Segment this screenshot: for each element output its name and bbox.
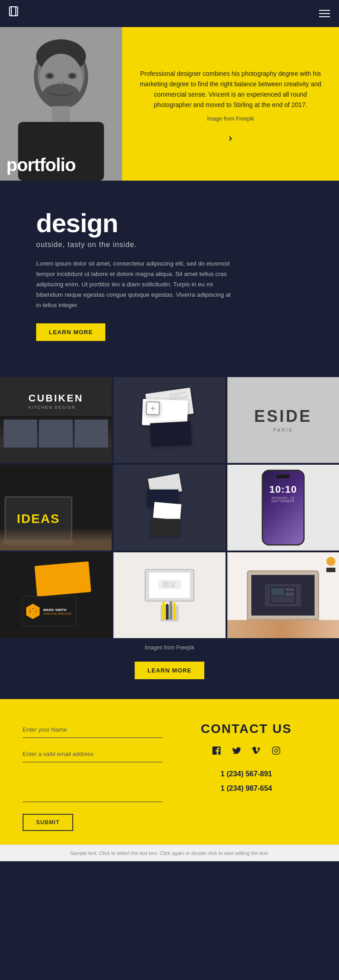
- work-laptop: [247, 570, 319, 620]
- svg-rect-1: [11, 7, 18, 16]
- hero-image-source: Image from Freepik: [135, 116, 326, 122]
- business-cards-stack: [142, 391, 197, 449]
- portfolio-section: CUBIKEN KITCHEN DESIGN: [0, 364, 339, 699]
- design-body-text: Lorem ipsum dolor sit amet, consectetur …: [36, 259, 235, 311]
- header: [0, 0, 339, 27]
- contact-name-input[interactable]: [23, 722, 163, 738]
- footer-text: Sample text. Click to select the text bo…: [9, 850, 330, 856]
- hamburger-menu-icon[interactable]: [319, 10, 330, 17]
- stat-laptop: [145, 569, 194, 602]
- design-section: design outside, tasty on the inside. Lor…: [0, 181, 339, 364]
- svg-rect-17: [170, 583, 176, 583]
- grid-cell-cubiken[interactable]: CUBIKEN KITCHEN DESIGN: [0, 377, 112, 463]
- portfolio-learn-more-button[interactable]: LEARN MORE: [135, 662, 204, 679]
- portfolio-grid: CUBIKEN KITCHEN DESIGN: [0, 377, 339, 638]
- biz-cards-orange: MARK SMITH CREATIVE DIRECTOR: [22, 564, 90, 627]
- logo-icon[interactable]: [9, 6, 25, 21]
- svg-rect-19: [170, 586, 175, 587]
- hero-photo: portfolio: [0, 27, 122, 181]
- hero-title: portfolio: [6, 155, 75, 175]
- hero-arrow-button[interactable]: ›: [135, 130, 326, 145]
- footer: Sample text. Click to select the text bo…: [0, 845, 339, 861]
- cubiken-logo-text: CUBIKEN KITCHEN DESIGN: [28, 392, 83, 410]
- svg-rect-25: [273, 747, 280, 754]
- vimeo-icon[interactable]: [250, 744, 263, 757]
- twitter-icon[interactable]: [230, 744, 243, 757]
- contact-title: CONTACT US: [176, 722, 316, 736]
- svg-rect-22: [285, 588, 294, 591]
- svg-rect-9: [52, 106, 70, 124]
- svg-rect-18: [170, 584, 174, 585]
- contact-submit-button[interactable]: SUBMIT: [23, 814, 73, 831]
- grid-cell-laptop-work[interactable]: [227, 552, 339, 638]
- social-icons: [176, 744, 316, 757]
- grid-cell-business-cards-2[interactable]: [113, 465, 225, 551]
- phone-2: 1 (234) 987-654: [176, 781, 316, 796]
- svg-rect-23: [285, 593, 294, 596]
- svg-point-13: [70, 74, 75, 78]
- phone-mockup: 10:10 MONDAY, 18 SEPTEMBER: [262, 470, 305, 546]
- grid-cell-ideas[interactable]: IDEAS: [0, 465, 112, 551]
- phone-numbers: 1 (234) 567-891 1 (234) 987-654: [176, 767, 316, 796]
- grid-cell-biz-orange[interactable]: MARK SMITH CREATIVE DIRECTOR: [0, 552, 112, 638]
- contact-email-input[interactable]: [23, 746, 163, 762]
- svg-rect-24: [271, 596, 294, 602]
- bc2-stack: [147, 476, 192, 539]
- hero-description: Professional designer combines his photo…: [135, 69, 326, 110]
- svg-point-27: [278, 748, 279, 749]
- grid-cell-phone[interactable]: 10:10 MONDAY, 18 SEPTEMBER: [227, 465, 339, 551]
- grid-cell-eside[interactable]: ESIDE PARIS: [227, 377, 339, 463]
- design-subtitle: outside, tasty on the inside.: [36, 241, 303, 249]
- cubiken-windows: [0, 416, 112, 448]
- phone-1: 1 (234) 567-891: [176, 767, 316, 781]
- svg-rect-21: [271, 588, 284, 595]
- hero-section: portfolio Professional designer combines…: [0, 27, 339, 181]
- svg-point-26: [275, 749, 278, 752]
- contact-info: CONTACT US: [176, 722, 316, 831]
- grid-cell-stationery[interactable]: [113, 552, 225, 638]
- contact-section: SUBMIT CONTACT US: [0, 699, 339, 845]
- portfolio-footer-text: Images from Freepik: [6, 644, 333, 651]
- instagram-icon[interactable]: [270, 744, 282, 757]
- facebook-icon[interactable]: [210, 744, 223, 757]
- svg-rect-0: [9, 7, 16, 16]
- portfolio-footer: Images from Freepik LEARN MORE: [0, 638, 339, 686]
- grid-cell-business-cards-1[interactable]: [113, 377, 225, 463]
- contact-message-input[interactable]: [23, 770, 163, 802]
- design-title: design: [36, 208, 303, 238]
- svg-rect-16: [163, 582, 169, 587]
- design-learn-more-button[interactable]: LEARN MORE: [36, 323, 105, 341]
- hero-text-area: Professional designer combines his photo…: [122, 27, 339, 181]
- contact-form: SUBMIT: [23, 722, 163, 831]
- svg-point-12: [47, 74, 52, 78]
